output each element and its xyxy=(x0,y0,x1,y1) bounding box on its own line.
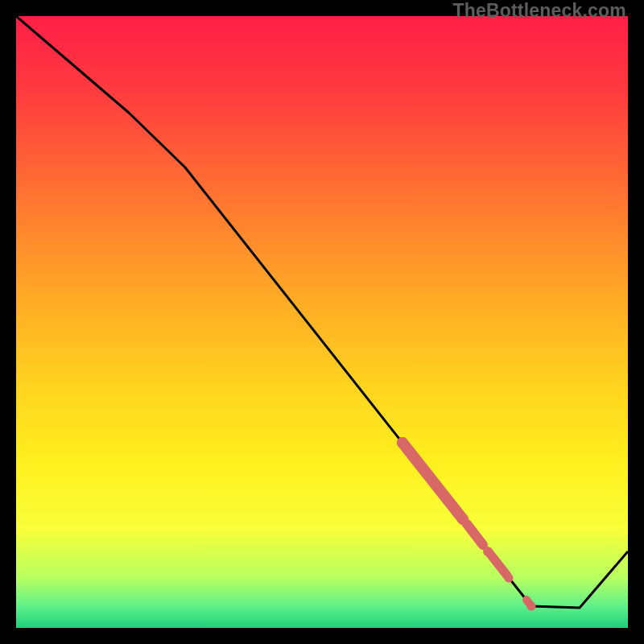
svg-point-6 xyxy=(483,547,493,556)
svg-point-5 xyxy=(457,514,469,525)
svg-point-7 xyxy=(505,574,514,583)
svg-point-4 xyxy=(397,437,408,448)
watermark-text: TheBottleneck.com xyxy=(452,0,626,22)
svg-point-8 xyxy=(527,602,536,611)
gradient-background xyxy=(16,16,628,628)
bottleneck-chart xyxy=(16,16,628,628)
